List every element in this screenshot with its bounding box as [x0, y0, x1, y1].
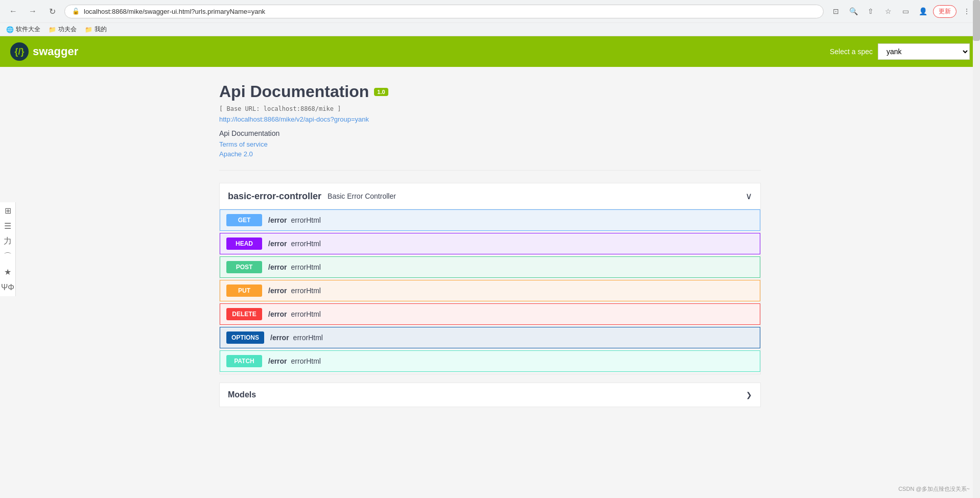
bookmark-icon-kungfu: 📁 [49, 26, 56, 33]
controller-title: basic-error-controller Basic Error Contr… [228, 191, 396, 202]
method-summary-post: errorHtml [291, 263, 321, 271]
method-summary-options: errorHtml [293, 334, 323, 342]
api-info: Api Documentation 1.0 [ Base URL: localh… [219, 82, 761, 158]
api-description: Api Documentation [219, 129, 761, 137]
method-path-post: /error [268, 263, 287, 271]
method-path-options: /error [270, 334, 289, 342]
method-row-delete[interactable]: DELETE /error errorHtml [220, 303, 760, 325]
search-icon[interactable]: 🔍 [846, 4, 860, 18]
url-text: localhost:8868/mike/swagger-ui.html?urls… [84, 8, 265, 15]
cast-icon[interactable]: ⊡ [829, 4, 843, 18]
bookmark-mine[interactable]: 📁 我的 [85, 25, 107, 34]
method-row-post[interactable]: POST /error errorHtml [220, 256, 760, 278]
address-bar[interactable]: 🔓 localhost:8868/mike/swagger-ui.html?ur… [64, 5, 824, 18]
models-section[interactable]: Models ❯ [219, 383, 761, 407]
bookmark-kungfu[interactable]: 📁 功夫会 [49, 25, 77, 34]
swagger-spec-select[interactable]: yank [878, 43, 970, 60]
bookmark-label-software: 软件大全 [16, 25, 40, 34]
method-badge-get: GET [226, 214, 262, 226]
method-row-put[interactable]: PUT /error errorHtml [220, 280, 760, 301]
bookmarks-bar: 🌐 软件大全 📁 功夫会 📁 我的 [0, 22, 980, 36]
controller-description: Basic Error Controller [328, 192, 396, 200]
models-chevron: ❯ [746, 391, 752, 399]
swagger-logo-text: swagger [33, 45, 78, 58]
models-label: Models [228, 390, 256, 399]
terms-of-service-link[interactable]: Terms of service [219, 140, 761, 148]
forward-button[interactable]: → [26, 4, 40, 18]
controller-header[interactable]: basic-error-controller Basic Error Contr… [219, 183, 761, 209]
bookmark-software[interactable]: 🌐 软件大全 [6, 25, 40, 34]
lock-icon: 🔓 [72, 8, 80, 15]
method-row-get[interactable]: GET /error errorHtml [220, 209, 760, 231]
swagger-logo: {/} swagger [10, 42, 78, 61]
scrollbar-thumb[interactable] [973, 0, 980, 41]
profile-icon[interactable]: 👤 [916, 4, 930, 18]
method-badge-delete: DELETE [226, 308, 262, 320]
method-row-patch[interactable]: PATCH /error errorHtml [220, 350, 760, 372]
method-summary-patch: errorHtml [291, 357, 321, 365]
method-badge-put: PUT [226, 284, 262, 297]
browser-chrome: ← → ↻ 🔓 localhost:8868/mike/swagger-ui.h… [0, 0, 980, 36]
api-base-url: [ Base URL: localhost:8868/mike ] [219, 105, 761, 112]
menu-icon[interactable]: ⋮ [960, 4, 974, 18]
swagger-logo-symbol: {/} [14, 46, 24, 57]
share-icon[interactable]: ⇧ [864, 4, 878, 18]
section-divider [219, 170, 761, 171]
method-path-delete: /error [268, 310, 287, 318]
bookmark-icon-software: 🌐 [6, 26, 14, 33]
method-row-head[interactable]: HEAD /error errorHtml [220, 233, 760, 254]
bookmark-icon-mine: 📁 [85, 26, 92, 33]
swagger-spec-selector: Select a spec yank [830, 43, 970, 60]
side-icon-5[interactable]: ΨΦ [2, 282, 13, 293]
side-icon-3[interactable]: ⌒ [2, 251, 13, 263]
apache-license-link[interactable]: Apache 2.0 [219, 150, 761, 158]
api-title: Api Documentation 1.0 [219, 82, 761, 101]
method-summary-get: errorHtml [291, 216, 321, 224]
method-path-head: /error [268, 240, 287, 248]
page-scrollbar[interactable] [973, 0, 980, 422]
bookmark-label-kungfu: 功夫会 [58, 25, 77, 34]
bookmark-label-mine: 我的 [95, 25, 107, 34]
methods-container: GET /error errorHtml HEAD /error errorHt… [219, 209, 761, 374]
tab-icon[interactable]: ▭ [898, 4, 913, 18]
method-path-put: /error [268, 287, 287, 295]
controller-chevron: ∨ [745, 191, 752, 202]
main-content: Api Documentation 1.0 [ Base URL: localh… [209, 67, 771, 422]
swagger-spec-label: Select a spec [830, 48, 873, 56]
side-icon-4[interactable]: ★ [2, 267, 13, 278]
method-summary-put: errorHtml [291, 287, 321, 295]
method-badge-head: HEAD [226, 238, 262, 250]
method-badge-patch: PATCH [226, 355, 262, 367]
api-docs-link[interactable]: http://localhost:8868/mike/v2/api-docs?g… [219, 115, 761, 123]
side-panel: ⊞ ☰ 力 ⌒ ★ ΨΦ [0, 202, 16, 296]
method-path-get: /error [268, 216, 287, 224]
side-icon-2[interactable]: 力 [2, 236, 13, 247]
bookmark-icon[interactable]: ☆ [881, 4, 895, 18]
method-summary-head: errorHtml [291, 240, 321, 248]
method-summary-delete: errorHtml [291, 310, 321, 318]
controller-name: basic-error-controller [228, 191, 321, 202]
method-path-patch: /error [268, 357, 287, 365]
swagger-logo-icon: {/} [10, 42, 29, 61]
api-title-text: Api Documentation [219, 82, 369, 101]
method-badge-post: POST [226, 261, 262, 273]
method-row-options[interactable]: OPTIONS /error errorHtml [220, 327, 760, 348]
update-button[interactable]: 更新 [933, 5, 956, 18]
api-version-badge: 1.0 [374, 88, 388, 96]
swagger-header: {/} swagger Select a spec yank [0, 36, 980, 67]
refresh-button[interactable]: ↻ [45, 4, 59, 18]
method-badge-options: OPTIONS [226, 331, 264, 344]
side-icon-grid[interactable]: ⊞ [2, 205, 13, 217]
side-icon-1[interactable]: ☰ [2, 221, 13, 232]
toolbar-icons: ⊡ 🔍 ⇧ ☆ ▭ 👤 更新 ⋮ [829, 4, 974, 18]
back-button[interactable]: ← [6, 4, 20, 18]
browser-toolbar: ← → ↻ 🔓 localhost:8868/mike/swagger-ui.h… [0, 0, 980, 22]
